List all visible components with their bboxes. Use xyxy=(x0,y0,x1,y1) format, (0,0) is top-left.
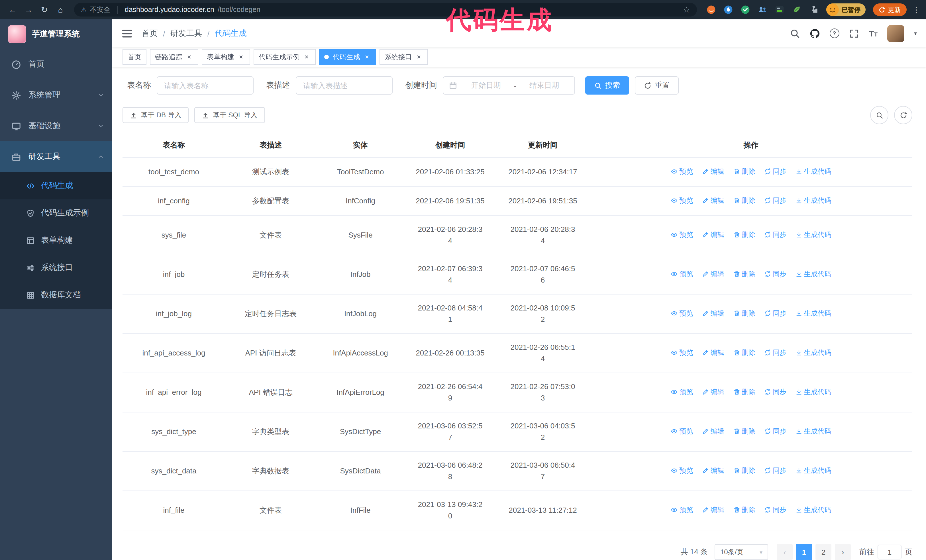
generate-code-link[interactable]: 生成代码 xyxy=(796,308,831,319)
sidebar-toggle-button[interactable] xyxy=(121,28,133,39)
edit-link[interactable]: 编辑 xyxy=(702,268,724,280)
tab-trace[interactable]: 链路追踪× xyxy=(150,49,198,65)
delete-link[interactable]: 删除 xyxy=(733,426,755,437)
reset-button[interactable]: 重置 xyxy=(635,76,679,95)
delete-link[interactable]: 删除 xyxy=(733,347,755,358)
close-icon[interactable]: × xyxy=(185,53,193,61)
generate-code-link[interactable]: 生成代码 xyxy=(796,347,831,358)
puzzle-extension-icon[interactable] xyxy=(808,4,819,15)
fullscreen-icon[interactable] xyxy=(849,28,859,38)
sync-link[interactable]: 同步 xyxy=(764,426,787,437)
preview-link[interactable]: 预览 xyxy=(671,166,693,177)
toggle-search-button[interactable] xyxy=(870,106,888,124)
header-search-icon[interactable] xyxy=(790,28,800,38)
people-extension-icon[interactable] xyxy=(757,4,768,15)
sync-link[interactable]: 同步 xyxy=(764,386,787,398)
preview-link[interactable]: 预览 xyxy=(671,386,693,398)
delete-link[interactable]: 删除 xyxy=(733,386,755,398)
tab-system-api[interactable]: 系统接口× xyxy=(380,49,428,65)
preview-link[interactable]: 预览 xyxy=(671,195,693,206)
close-icon[interactable]: × xyxy=(303,53,310,61)
sync-link[interactable]: 同步 xyxy=(764,229,787,240)
check-circle-extension-icon[interactable] xyxy=(740,4,751,15)
browser-reload-button[interactable]: ↻ xyxy=(38,3,51,17)
tab-codegen-example[interactable]: 代码生成示例× xyxy=(254,49,316,65)
delete-link[interactable]: 删除 xyxy=(733,166,755,177)
breadcrumb-dev-tools[interactable]: 研发工具 xyxy=(170,28,202,38)
delete-link[interactable]: 删除 xyxy=(733,195,755,206)
address-bar[interactable]: ⚠ 不安全 dashboard.yudao.iocoder.cn /tool/c… xyxy=(74,3,697,17)
tab-codegen[interactable]: 代码生成× xyxy=(319,49,376,65)
table-desc-input[interactable] xyxy=(296,76,393,95)
import-db-button[interactable]: 基于 DB 导入 xyxy=(123,107,189,123)
close-icon[interactable]: × xyxy=(415,53,423,61)
edit-link[interactable]: 编辑 xyxy=(702,426,724,437)
monitor-extension-icon[interactable] xyxy=(774,4,785,15)
search-button[interactable]: 搜索 xyxy=(585,76,629,95)
bookmark-star-icon[interactable]: ☆ xyxy=(683,5,690,14)
close-icon[interactable]: × xyxy=(363,53,371,61)
edit-link[interactable]: 编辑 xyxy=(702,195,724,206)
font-size-icon[interactable]: TT xyxy=(869,29,878,38)
sidebar-item-home[interactable]: 首页 xyxy=(0,49,112,80)
refresh-table-button[interactable] xyxy=(894,106,912,124)
edit-link[interactable]: 编辑 xyxy=(702,347,724,358)
preview-link[interactable]: 预览 xyxy=(671,268,693,280)
browser-home-button[interactable]: ⌂ xyxy=(54,3,67,17)
help-icon[interactable]: ? xyxy=(829,29,839,38)
import-sql-button[interactable]: 基于 SQL 导入 xyxy=(195,107,265,123)
browser-forward-button[interactable]: → xyxy=(22,3,35,17)
page-button-2[interactable]: 2 xyxy=(816,544,831,560)
sidebar-item-db-docs[interactable]: 数据库文档 xyxy=(0,281,112,309)
sync-link[interactable]: 同步 xyxy=(764,195,787,206)
browser-menu-button[interactable]: ⋮ xyxy=(912,5,920,14)
leaf-extension-icon[interactable] xyxy=(791,4,802,15)
preview-link[interactable]: 预览 xyxy=(671,465,693,476)
prev-page-button[interactable]: ‹ xyxy=(777,544,793,560)
sync-link[interactable]: 同步 xyxy=(764,166,787,177)
edit-link[interactable]: 编辑 xyxy=(702,308,724,319)
sync-link[interactable]: 同步 xyxy=(764,347,787,358)
sidebar-item-codegen-example[interactable]: 代码生成示例 xyxy=(0,199,112,227)
generate-code-link[interactable]: 生成代码 xyxy=(796,386,831,398)
generate-code-link[interactable]: 生成代码 xyxy=(796,166,831,177)
page-size-select[interactable]: 10条/页 ▾ xyxy=(714,544,768,560)
preview-link[interactable]: 预览 xyxy=(671,229,693,240)
preview-link[interactable]: 预览 xyxy=(671,426,693,437)
sidebar-item-system-management[interactable]: 系统管理 xyxy=(0,80,112,110)
app-logo[interactable]: 芋道管理系统 xyxy=(0,20,112,49)
sidebar-item-infrastructure[interactable]: 基础设施 xyxy=(0,110,112,141)
next-page-button[interactable]: › xyxy=(835,544,851,560)
edit-link[interactable]: 编辑 xyxy=(702,229,724,240)
generate-code-link[interactable]: 生成代码 xyxy=(796,465,831,476)
github-icon[interactable] xyxy=(809,28,820,38)
avatar-caret-icon[interactable]: ▾ xyxy=(914,30,917,36)
user-avatar[interactable] xyxy=(887,25,904,42)
goto-page-input[interactable] xyxy=(878,545,902,559)
sync-link[interactable]: 同步 xyxy=(764,504,787,516)
profile-paused-chip[interactable]: 已暂停 xyxy=(826,3,865,16)
preview-link[interactable]: 预览 xyxy=(671,308,693,319)
sidebar-item-system-api[interactable]: 系统接口 xyxy=(0,254,112,281)
sync-link[interactable]: 同步 xyxy=(764,308,787,319)
close-icon[interactable]: × xyxy=(237,53,245,61)
delete-link[interactable]: 删除 xyxy=(733,465,755,476)
edit-link[interactable]: 编辑 xyxy=(702,166,724,177)
breadcrumb-home[interactable]: 首页 xyxy=(142,28,158,38)
drop-extension-icon[interactable] xyxy=(723,4,734,15)
sidebar-item-form-builder[interactable]: 表单构建 xyxy=(0,227,112,254)
preview-link[interactable]: 预览 xyxy=(671,347,693,358)
tab-home[interactable]: 首页 xyxy=(123,49,147,65)
sidebar-item-dev-tools[interactable]: 研发工具 xyxy=(0,141,112,172)
table-name-input[interactable] xyxy=(157,76,254,95)
tab-form-builder[interactable]: 表单构建× xyxy=(202,49,250,65)
generate-code-link[interactable]: 生成代码 xyxy=(796,195,831,206)
delete-link[interactable]: 删除 xyxy=(733,268,755,280)
generate-code-link[interactable]: 生成代码 xyxy=(796,504,831,516)
preview-link[interactable]: 预览 xyxy=(671,504,693,516)
sync-link[interactable]: 同步 xyxy=(764,268,787,280)
sidebar-item-codegen[interactable]: 代码生成 xyxy=(0,172,112,199)
generate-code-link[interactable]: 生成代码 xyxy=(796,268,831,280)
sync-link[interactable]: 同步 xyxy=(764,465,787,476)
browser-back-button[interactable]: ← xyxy=(6,3,20,17)
